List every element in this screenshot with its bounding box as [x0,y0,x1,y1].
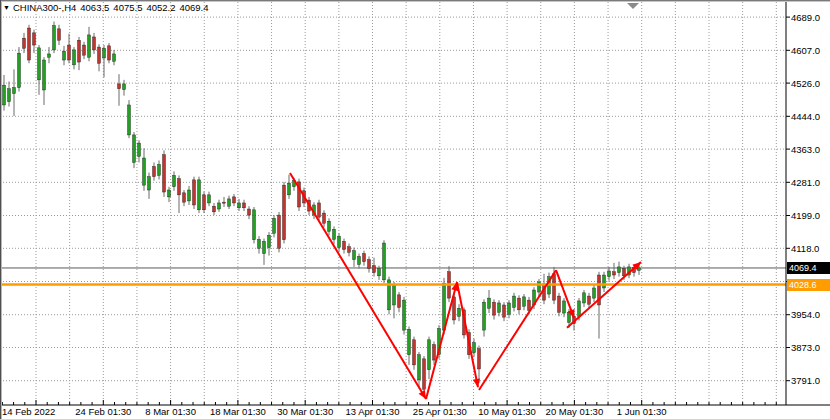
candle-down [318,203,321,217]
candle-up [353,251,356,260]
candle-down [278,215,281,248]
candle-up [418,355,421,380]
candle-down [623,269,626,276]
candle-down [78,40,81,62]
date-axis-label: 20 May 01:30 [546,406,604,417]
candle-up [473,343,476,353]
candle-down [163,155,166,192]
trend-line-4[interactable] [479,270,556,390]
date-axis-label: 8 Mar 01:30 [145,406,196,417]
trend-line-1[interactable] [290,173,426,399]
candle-down [433,345,436,360]
candle-up [228,199,231,206]
candle-up [408,329,411,355]
candle-up [458,308,461,316]
candle-down [613,272,616,275]
candle-down [193,180,196,205]
symbol-period-label: CHINA300-,H4 [13,2,76,13]
candle-up [188,190,191,201]
candle-down [248,209,251,215]
trend-line-3[interactable] [457,282,478,387]
candle-up [593,288,596,298]
price-axis-label: 3873.0 [791,342,820,353]
candle-down [588,296,591,304]
candle-up [258,239,261,248]
candle-down [203,195,206,210]
candle-up [48,54,51,57]
high-value: 4075.5 [113,2,142,13]
candle-up [43,60,46,90]
date-axis-label: 30 Mar 01:30 [277,406,333,417]
candle-up [523,297,526,306]
price-axis-label: 4281.0 [791,177,820,188]
price-axis-label: 4607.0 [791,45,820,56]
date-axis-label: 14 Feb 2022 [2,406,55,417]
candle-up [53,26,56,50]
candle-down [373,266,376,273]
candle-up [3,85,6,105]
chart-window: 4689.04607.04526.04444.04363.04281.04199… [0,0,830,420]
candle-up [498,303,501,312]
date-axis-label: 10 May 01:30 [478,406,536,417]
candle-down [343,241,346,249]
candle-up [238,203,241,208]
candle-down [493,302,496,315]
candle-up [358,256,361,264]
candle-down [153,167,156,177]
candle-down [348,247,351,253]
price-axis-label: 3954.0 [791,309,820,320]
candle-down [558,296,561,312]
candle-up [38,48,41,80]
symbol-menu-icon[interactable]: ▼ [3,4,10,11]
price-axis-label: 4526.0 [791,78,820,89]
candle-down [108,46,111,60]
candle-down [93,37,96,50]
candle-up [268,235,271,247]
candle-down [243,203,246,208]
candle-down [68,45,71,60]
candle-down [58,29,61,40]
candle-down [83,45,86,55]
candle-down [363,254,366,262]
candle-up [328,221,331,231]
candle-up [578,301,581,316]
ohlc-header: ▼CHINA300-,H44063.54075.54052.24069.4 [3,2,213,13]
candle-up [608,271,611,277]
candle-down [213,206,216,212]
candle-up [143,158,146,185]
candle-up [273,218,276,233]
candle-up [563,301,566,313]
candle-up [513,296,516,307]
chart-shift-marker-icon[interactable] [627,3,639,9]
chart-canvas[interactable]: 4689.04607.04526.04444.04363.04281.04199… [0,0,830,420]
candle-up [103,48,106,58]
candle-down [323,213,326,223]
candle-up [383,243,386,280]
candle-up [128,105,131,135]
candle-up [333,229,336,239]
candle-up [123,84,126,90]
candle-up [8,89,11,102]
candle-up [88,35,91,57]
candle-up [443,283,446,330]
candle-up [113,54,116,61]
candle-down [398,295,401,308]
price-axis-label: 4363.0 [791,144,820,155]
price-axis-label: 4689.0 [791,12,820,23]
price-axis-label: 4199.0 [791,210,820,221]
close-value: 4069.4 [179,2,208,13]
candle-up [253,210,256,240]
candle-down [368,260,371,269]
horizontal-line-price-tag[interactable]: 4028.6 [787,279,830,291]
date-axis-label: 13 Apr 01:30 [346,406,400,417]
candle-up [583,293,586,303]
candle-down [178,179,181,195]
price-axis-label: 4118.0 [791,243,819,254]
low-value: 4052.2 [146,2,175,13]
candle-up [133,135,136,163]
candle-up [488,298,491,308]
candle-down [518,298,521,310]
candle-down [413,340,416,365]
date-axis-label: 25 Apr 01:30 [413,406,467,417]
candle-up [338,236,341,247]
